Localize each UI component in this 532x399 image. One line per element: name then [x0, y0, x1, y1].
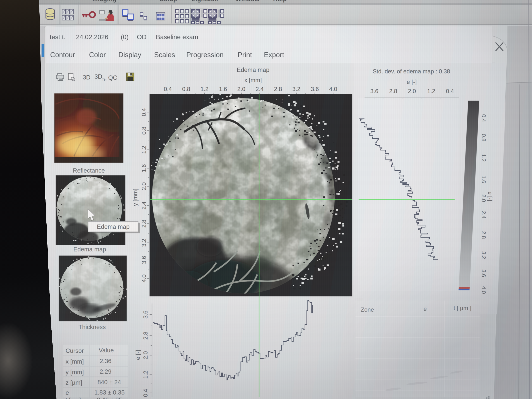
- svg-text:3D: 3D: [83, 74, 90, 81]
- svg-text:1.6: 1.6: [141, 164, 147, 172]
- svg-text:3.6: 3.6: [370, 88, 378, 94]
- svg-text:2.8: 2.8: [141, 220, 147, 228]
- svg-text:Edema map: Edema map: [237, 66, 269, 73]
- svg-text:3.6: 3.6: [141, 256, 147, 264]
- svg-text:1.2: 1.2: [200, 86, 209, 92]
- svg-text:Edema map: Edema map: [73, 246, 106, 253]
- svg-text:1.2: 1.2: [427, 88, 435, 94]
- svg-text:z [µm]: z [µm]: [66, 379, 82, 386]
- svg-text:2.46 ± 85: 2.46 ± 85: [97, 396, 122, 399]
- svg-text:840 ± 24: 840 ± 24: [97, 379, 121, 386]
- svg-text:0.4: 0.4: [481, 114, 487, 122]
- svg-text:1.2: 1.2: [481, 154, 487, 162]
- svg-text:x [mm]: x [mm]: [244, 77, 262, 83]
- svg-text:3.6: 3.6: [311, 86, 319, 92]
- svg-text:4.0: 4.0: [141, 274, 147, 282]
- svg-text:0.8: 0.8: [182, 86, 190, 92]
- svg-text:2.8: 2.8: [389, 88, 397, 94]
- svg-text:y [mm]: y [mm]: [132, 189, 138, 206]
- svg-text:3.6: 3.6: [142, 310, 149, 318]
- svg-text:2.0: 2.0: [237, 86, 245, 92]
- svg-text:0.4: 0.4: [446, 88, 454, 94]
- svg-text:t [ µm ]: t [ µm ]: [454, 305, 471, 311]
- svg-text:e: e: [424, 306, 427, 312]
- svg-text:2.0: 2.0: [481, 194, 487, 202]
- svg-text:Cursor: Cursor: [66, 347, 84, 354]
- svg-text:0.8: 0.8: [481, 134, 487, 141]
- svg-text:1.6: 1.6: [219, 86, 227, 92]
- svg-text:3.2: 3.2: [481, 251, 487, 259]
- svg-text:Zone: Zone: [361, 306, 374, 313]
- svg-text:2.8: 2.8: [481, 231, 487, 239]
- svg-text:1.2: 1.2: [142, 371, 149, 379]
- svg-text:3D: 3D: [95, 73, 102, 80]
- svg-text:y [mm]: y [mm]: [66, 369, 84, 375]
- svg-text:4.0: 4.0: [329, 86, 337, 92]
- svg-text:2.8: 2.8: [142, 332, 149, 340]
- svg-text:2.29: 2.29: [100, 368, 112, 375]
- svg-text:0.4: 0.4: [164, 86, 172, 92]
- svg-text:3.2: 3.2: [292, 86, 300, 92]
- svg-text:x [mm]: x [mm]: [66, 358, 84, 365]
- svg-text:Reflectance: Reflectance: [73, 167, 105, 174]
- svg-text:2.0: 2.0: [408, 88, 416, 94]
- svg-text:2.4: 2.4: [481, 211, 487, 219]
- svg-text:1.83 ± 0.35: 1.83 ± 0.35: [94, 389, 125, 396]
- svg-text:3.2: 3.2: [141, 239, 147, 247]
- svg-text:2.0: 2.0: [142, 351, 149, 359]
- svg-text:Edema map: Edema map: [97, 223, 130, 230]
- svg-text:2.4: 2.4: [141, 202, 147, 209]
- svg-text:QC: QC: [108, 74, 117, 81]
- svg-text:Std. dev. of edema map : 0.38: Std. dev. of edema map : 0.38: [373, 68, 450, 75]
- svg-text:e: e: [66, 389, 69, 396]
- svg-text:1.2: 1.2: [141, 146, 147, 154]
- svg-text:e [-]: e [-]: [135, 350, 141, 360]
- svg-text:0.4: 0.4: [141, 108, 147, 116]
- svg-text:e [-]: e [-]: [407, 79, 417, 85]
- svg-text:e [-]: e [-]: [487, 192, 493, 201]
- svg-text:t [µm]: t [µm]: [66, 397, 81, 399]
- svg-text:2.4: 2.4: [256, 86, 264, 92]
- svg-text:Thickness: Thickness: [78, 323, 106, 330]
- svg-text:2.8: 2.8: [274, 86, 282, 92]
- svg-text:3.6: 3.6: [481, 269, 487, 277]
- svg-text:2.36: 2.36: [100, 358, 112, 364]
- svg-text:0.8: 0.8: [141, 127, 147, 135]
- svg-text:0.4: 0.4: [142, 389, 149, 397]
- svg-text:2.0: 2.0: [141, 182, 147, 190]
- svg-text:Value: Value: [99, 347, 114, 354]
- svg-text:TH: TH: [102, 78, 107, 82]
- svg-text:1.6: 1.6: [481, 176, 487, 183]
- svg-text:4.0: 4.0: [481, 286, 487, 294]
